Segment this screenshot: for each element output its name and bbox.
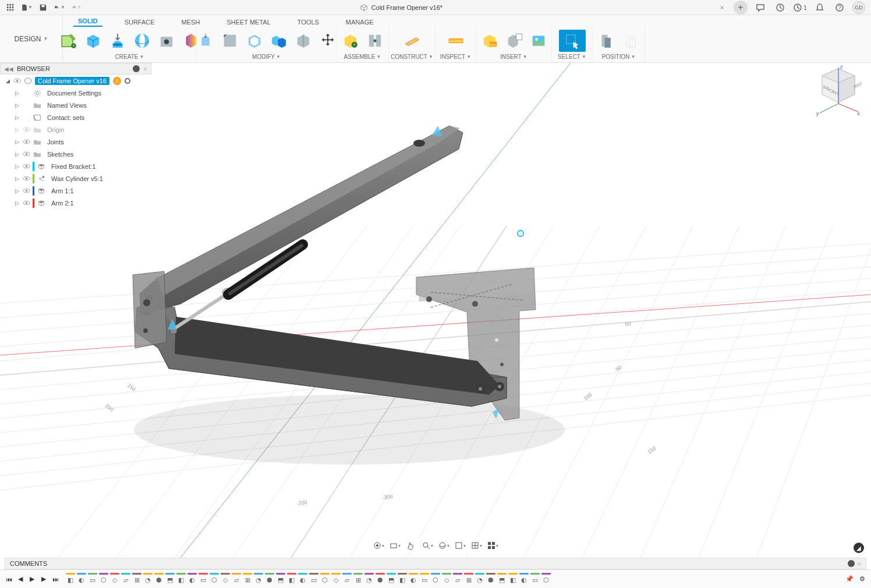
timeline-feature[interactable]: ◧ (176, 573, 186, 586)
timeline-feature[interactable]: ⬢ (375, 573, 385, 586)
timeline-feature[interactable]: ◐ (187, 573, 197, 586)
timeline-feature[interactable]: ◔ (364, 573, 374, 586)
combine-button[interactable] (268, 30, 290, 52)
tree-root-node[interactable]: ◢ Cold Frame Opener v16 ⚠ (2, 75, 154, 87)
timeline-feature[interactable]: ⬡ (541, 573, 551, 586)
split-button[interactable] (292, 30, 314, 52)
help-icon[interactable]: ? (833, 1, 847, 15)
timeline-feature[interactable]: ◇ (109, 573, 120, 586)
construct-group-label[interactable]: CONSTRUCT▼ (391, 54, 433, 61)
tab-sheet-metal[interactable]: SHEET METAL (222, 17, 275, 27)
workspace-dropdown[interactable]: DESIGN▼ (0, 15, 63, 62)
tree-node[interactable]: ▷Joints (2, 136, 154, 148)
tree-node[interactable]: ▷Document Settings (2, 87, 154, 99)
zoom-icon[interactable]: ▾ (421, 540, 434, 551)
timeline-feature[interactable]: ⬡ (320, 573, 330, 586)
tree-node[interactable]: ▷Contact: sets (2, 111, 154, 123)
tree-node[interactable]: ▷Named Views (2, 99, 154, 111)
activate-radio-icon[interactable] (125, 78, 130, 84)
view-cube[interactable]: FRONT RIGHT z x y (815, 63, 862, 116)
orbit-icon[interactable]: ▾ (372, 540, 385, 551)
tree-node[interactable]: ▷Origin (2, 123, 154, 136)
timeline-feature[interactable]: ▱ (452, 573, 463, 586)
timeline-feature[interactable]: ◐ (298, 573, 308, 586)
timeline-play-button[interactable]: ▶ (27, 574, 37, 585)
press-pull-button[interactable] (194, 30, 217, 52)
file-new-icon[interactable]: ▼ (21, 2, 33, 13)
timeline-feature[interactable]: ⬢ (486, 573, 496, 586)
timeline-feature[interactable]: ⊞ (132, 573, 142, 586)
timeline-feature[interactable]: ⊞ (353, 573, 363, 586)
timeline-feature[interactable]: ▭ (419, 573, 430, 586)
timeline-feature[interactable]: ▭ (87, 573, 98, 586)
timeline-feature[interactable]: ⬒ (386, 573, 396, 586)
tab-mesh[interactable]: MESH (177, 17, 205, 27)
timeline-feature[interactable]: ◧ (508, 573, 518, 586)
timeline-feature[interactable]: ⬒ (275, 573, 286, 586)
timeline-marker-icon[interactable]: 📌 (844, 574, 855, 585)
warning-badge-icon[interactable]: ⚠ (113, 77, 121, 85)
joint-button[interactable] (364, 30, 386, 52)
look-at-icon[interactable]: ▾ (388, 540, 401, 551)
timeline-start-button[interactable]: ⏮ (3, 574, 14, 585)
construct-plane-button[interactable] (399, 30, 426, 52)
tab-manage[interactable]: MANAGE (341, 17, 378, 27)
autodesk-badge-icon[interactable]: ◢ (854, 543, 864, 553)
timeline-feature[interactable]: ⬒ (497, 573, 507, 586)
timeline-feature[interactable]: ▭ (198, 573, 208, 586)
tree-node[interactable]: ▷Arm 2:1 (2, 197, 154, 209)
insert-derive-button[interactable]: SVG (479, 30, 501, 52)
timeline-feature[interactable]: ▭ (530, 573, 540, 586)
modify-group-label[interactable]: MODIFY▼ (252, 54, 281, 61)
create-group-label[interactable]: CREATE▼ (115, 54, 144, 61)
inspect-group-label[interactable]: INSPECT▼ (440, 54, 471, 61)
timeline-feature[interactable]: ◇ (441, 573, 452, 586)
comments-options-icon[interactable] (848, 560, 855, 567)
timeline-feature[interactable]: ◐ (76, 573, 87, 586)
select-button[interactable] (559, 30, 586, 52)
apps-icon[interactable] (5, 2, 16, 13)
timeline-feature[interactable]: ⬡ (98, 573, 109, 586)
tree-node[interactable]: ▷Sketches (2, 148, 154, 160)
timeline-step-fwd-button[interactable]: ▶ (38, 574, 49, 585)
timeline-end-button[interactable]: ⏭ (50, 574, 61, 585)
position-capture-button[interactable] (596, 30, 618, 52)
comments-bar[interactable]: COMMENTS ○ (5, 558, 866, 569)
timeline-feature[interactable]: ⬢ (264, 573, 275, 586)
timeline-settings-icon[interactable]: ⚙ (857, 574, 868, 585)
tab-surface[interactable]: SURFACE (120, 17, 160, 27)
timeline-feature[interactable]: ⬒ (165, 573, 175, 586)
timeline-feature[interactable]: ◔ (143, 573, 153, 586)
timeline-feature[interactable]: ▱ (342, 573, 352, 586)
viewports-icon[interactable]: ▾ (486, 540, 499, 551)
undo-icon[interactable]: ▼ (54, 2, 65, 13)
comments-icon[interactable] (753, 1, 767, 15)
insert-image-button[interactable] (527, 30, 550, 52)
position-revert-button[interactable] (620, 30, 642, 52)
job-status-icon[interactable]: 1 (793, 1, 807, 15)
timeline-feature[interactable]: ◧ (286, 573, 297, 586)
tab-solid[interactable]: SOLID (73, 16, 102, 27)
fit-icon[interactable]: ▾ (437, 540, 450, 551)
timeline-feature[interactable]: ⊞ (242, 573, 253, 586)
new-component-button[interactable]: + (339, 30, 362, 52)
create-sketch-button[interactable]: + (58, 30, 80, 52)
tree-node[interactable]: ▷Fixed Bracket:1 (2, 160, 154, 172)
extrude-button[interactable] (107, 30, 129, 52)
timeline-feature[interactable]: ⊞ (463, 573, 474, 586)
save-icon[interactable] (37, 2, 49, 13)
timeline-feature[interactable]: ◇ (331, 573, 341, 586)
timeline-feature[interactable]: ▱ (231, 573, 242, 586)
display-style-icon[interactable]: ▾ (454, 540, 466, 551)
timeline-feature[interactable]: ⬡ (430, 573, 441, 586)
tab-tools[interactable]: TOOLS (293, 17, 324, 27)
grid-icon[interactable]: ▾ (470, 540, 483, 551)
timeline-feature[interactable]: ◔ (475, 573, 485, 586)
close-tab-button[interactable]: × (716, 4, 728, 11)
fillet-button[interactable] (219, 30, 241, 52)
assemble-group-label[interactable]: ASSEMBLE▼ (344, 54, 381, 61)
timeline-feature[interactable]: ◇ (220, 573, 231, 586)
measure-button[interactable] (442, 30, 469, 52)
browser-panel-header[interactable]: ◀◀ BROWSER ○ (0, 63, 151, 75)
extensions-icon[interactable] (773, 1, 787, 15)
